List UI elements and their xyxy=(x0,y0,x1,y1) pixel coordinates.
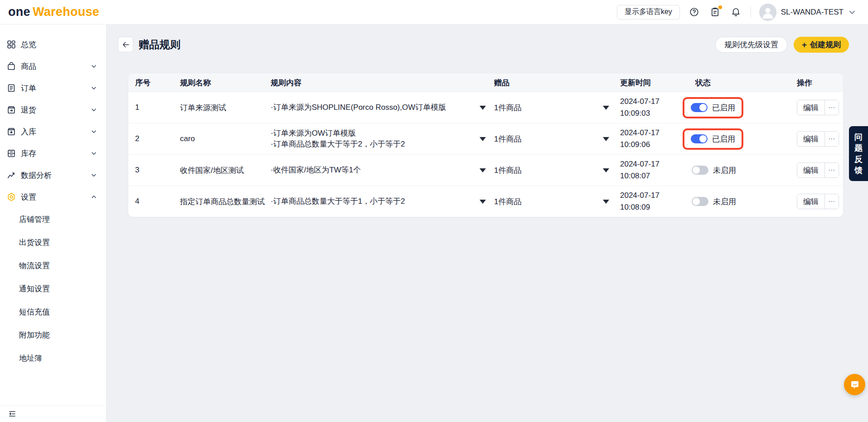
sidebar-item-label: 入库 xyxy=(21,127,36,137)
edit-button[interactable]: 编辑 xyxy=(797,132,825,146)
sidebar-item-overview[interactable]: 总览 xyxy=(0,34,106,55)
cell-gift: 1件商品 xyxy=(494,134,521,144)
collapse-sidebar-icon[interactable] xyxy=(6,408,18,420)
expand-gift-icon[interactable] xyxy=(603,137,609,141)
cell-rule-content: ·订单来源为OW订单模版 ·订单商品总数量大于等于2，小于等于2 xyxy=(271,128,405,150)
sidebar-item-orders[interactable]: 订单 xyxy=(0,77,106,99)
cell-updated: 2024-07-17 10:09:06 xyxy=(620,127,680,151)
order-doc-icon xyxy=(6,83,16,93)
user-menu[interactable]: SL-WANDA-TEST xyxy=(759,4,856,21)
app-logo: one Warehouse xyxy=(8,5,99,19)
status-annotation-box: 已启用 xyxy=(683,128,743,150)
username: SL-WANDA-TEST xyxy=(781,8,844,17)
status-label: 未启用 xyxy=(713,196,736,207)
sidebar-subitem-label: 店铺管理 xyxy=(19,214,50,225)
chevron-down-icon xyxy=(91,85,97,91)
sidebar-subitem-address-book[interactable]: 地址簿 xyxy=(0,347,106,370)
expand-gift-icon[interactable] xyxy=(603,168,609,172)
top-bar: one Warehouse 显示多语言key xyxy=(0,0,868,25)
column-header-updated: 更新时间 xyxy=(620,78,680,88)
bell-icon[interactable] xyxy=(730,6,742,19)
sidebar-item-label: 数据分析 xyxy=(21,170,52,181)
cell-rule-name: caro xyxy=(180,134,271,143)
more-actions-icon[interactable]: ⋯ xyxy=(825,132,839,146)
cell-updated: 2024-07-17 10:08:07 xyxy=(620,158,680,182)
expand-content-icon[interactable] xyxy=(480,168,486,172)
column-header-no: 序号 xyxy=(128,78,180,88)
sidebar-subitem-store-management[interactable]: 店铺管理 xyxy=(0,208,106,231)
feedback-tab[interactable]: 问题反馈 xyxy=(849,126,868,181)
sidebar-item-settings[interactable]: 设置 xyxy=(0,186,106,208)
expand-content-icon[interactable] xyxy=(480,106,486,110)
expand-gift-icon[interactable] xyxy=(603,106,609,110)
status-toggle[interactable] xyxy=(691,103,708,112)
chat-support-button[interactable] xyxy=(844,374,865,395)
sidebar-subitem-notification-settings[interactable]: 通知设置 xyxy=(0,277,106,300)
sidebar-item-label: 总览 xyxy=(21,39,36,50)
sidebar-item-analytics[interactable]: 数据分析 xyxy=(0,164,106,186)
chevron-down-icon xyxy=(848,8,856,16)
cell-rule-name: 指定订单商品总数量测试 xyxy=(180,196,271,207)
cell-rule-name: 订单来源测试 xyxy=(180,103,271,113)
table-row: 4 指定订单商品总数量测试 ·订单商品总数量大于等于1，小于等于2 1件商品 2… xyxy=(128,186,843,217)
cell-no: 4 xyxy=(128,197,180,206)
arrow-left-icon xyxy=(121,40,130,49)
sidebar-subitem-shipping-settings[interactable]: 出货设置 xyxy=(0,231,106,254)
status-label: 未启用 xyxy=(713,165,736,176)
sidebar-subitem-label: 通知设置 xyxy=(19,284,50,294)
status-toggle[interactable] xyxy=(692,197,708,206)
cell-rule-content: ·订单来源为SHOPLINE(Porco Rosso),OW订单模版 xyxy=(271,102,446,113)
table-row: 2 caro ·订单来源为OW订单模版 ·订单商品总数量大于等于2，小于等于2 … xyxy=(128,123,843,154)
cell-rule-content: ·收件国家/地区为TW等1个 xyxy=(271,165,361,176)
show-multilang-key-button[interactable]: 显示多语言key xyxy=(617,5,680,20)
help-icon[interactable] xyxy=(688,6,701,19)
expand-gift-icon[interactable] xyxy=(603,200,609,204)
status-toggle[interactable] xyxy=(692,166,708,175)
status-toggle[interactable] xyxy=(691,134,708,143)
sidebar-subitem-sms-recharge[interactable]: 短信充值 xyxy=(0,300,106,324)
sidebar-subitem-label: 地址簿 xyxy=(19,353,42,363)
cell-no: 1 xyxy=(128,103,180,112)
avatar xyxy=(759,4,776,21)
inbound-box-icon xyxy=(6,127,16,137)
create-rule-button[interactable]: + 创建规则 xyxy=(794,37,849,53)
expand-content-icon[interactable] xyxy=(480,137,486,141)
status-label: 已启用 xyxy=(712,134,735,144)
sidebar-item-inbound[interactable]: 入库 xyxy=(0,121,106,142)
table-row: 1 订单来源测试 ·订单来源为SHOPLINE(Porco Rosso),OW订… xyxy=(128,92,843,123)
more-actions-icon[interactable]: ⋯ xyxy=(825,163,839,177)
cell-gift: 1件商品 xyxy=(494,103,521,113)
table-row: 3 收件国家/地区测试 ·收件国家/地区为TW等1个 1件商品 2024-07-… xyxy=(128,154,843,186)
sidebar-item-returns[interactable]: 退货 xyxy=(0,99,106,121)
column-header-name: 规则名称 xyxy=(180,78,271,88)
sidebar-item-inventory[interactable]: 库存 xyxy=(0,142,106,164)
sidebar: 总览 商品 订单 退货 入库 xyxy=(0,25,107,422)
cell-gift: 1件商品 xyxy=(494,165,521,176)
more-actions-icon[interactable]: ⋯ xyxy=(825,100,839,115)
cell-no: 2 xyxy=(128,134,180,143)
chevron-up-icon xyxy=(91,194,97,200)
logo-one: one xyxy=(8,5,30,19)
back-button[interactable] xyxy=(118,37,133,52)
return-box-icon xyxy=(6,105,16,115)
more-actions-icon[interactable]: ⋯ xyxy=(825,194,839,209)
sidebar-subitem-logistics-settings[interactable]: 物流设置 xyxy=(0,254,106,277)
chevron-down-icon xyxy=(91,128,97,135)
column-header-gift: 赠品 xyxy=(494,78,620,88)
inventory-icon xyxy=(6,148,16,158)
sidebar-subitem-addon-features[interactable]: 附加功能 xyxy=(0,324,106,347)
sidebar-subitem-label: 物流设置 xyxy=(19,260,50,271)
chat-bubble-icon xyxy=(849,379,861,391)
expand-content-icon[interactable] xyxy=(480,200,486,204)
cell-updated: 2024-07-17 10:08:09 xyxy=(620,190,680,213)
status-wrap: 未启用 xyxy=(692,196,736,207)
column-header-content: 规则内容 xyxy=(271,78,494,88)
rule-priority-settings-button[interactable]: 规则优先级设置 xyxy=(715,37,787,53)
sidebar-item-products[interactable]: 商品 xyxy=(0,55,106,77)
clipboard-icon[interactable] xyxy=(709,6,722,19)
edit-button[interactable]: 编辑 xyxy=(797,163,825,177)
cell-rule-content: ·订单商品总数量大于等于1，小于等于2 xyxy=(271,196,405,207)
table-header-row: 序号 规则名称 规则内容 赠品 更新时间 状态 操作 xyxy=(128,74,843,92)
edit-button[interactable]: 编辑 xyxy=(797,194,825,209)
edit-button[interactable]: 编辑 xyxy=(797,100,825,115)
